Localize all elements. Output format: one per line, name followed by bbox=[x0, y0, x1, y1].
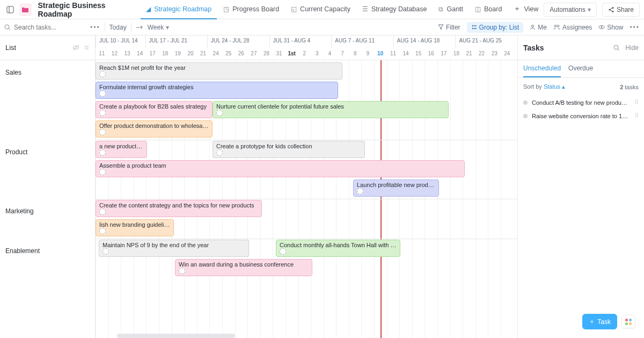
drag-handle-icon[interactable]: ⠿ bbox=[634, 112, 639, 119]
tab-view[interactable]: ◳Progress Board bbox=[218, 0, 284, 19]
day-label: 7 bbox=[336, 51, 349, 56]
day-label: 26 bbox=[235, 51, 248, 56]
toolbar-more-icon[interactable]: ••• bbox=[630, 24, 640, 31]
assignee-placeholder-icon[interactable] bbox=[357, 188, 363, 195]
assignee-placeholder-icon[interactable] bbox=[216, 110, 223, 116]
zoom-level[interactable]: Week ▾ bbox=[148, 24, 169, 31]
timeline-bar[interactable]: Maintain NPS of 9 by the end of the year bbox=[99, 240, 249, 257]
svg-rect-12 bbox=[474, 28, 477, 28]
timeline-bar[interactable]: Reach $1M net profit for the year bbox=[96, 62, 342, 80]
search-icon[interactable] bbox=[613, 45, 620, 51]
timeline-bar[interactable]: Formulate internal growth strategies bbox=[96, 82, 338, 99]
header-right: Automations ▾ Share bbox=[544, 3, 640, 17]
tab-view[interactable]: ◢Strategic Roadmap bbox=[141, 0, 217, 19]
day-label: 17 bbox=[146, 51, 159, 56]
search-icon bbox=[4, 24, 11, 31]
tab-view[interactable]: ☰Strategy Database bbox=[357, 0, 433, 19]
timeline-bar[interactable]: Create a prototype for kids collection bbox=[213, 141, 365, 158]
timeline-bar[interactable]: Create the content strategy and the topi… bbox=[96, 200, 262, 217]
tab-view[interactable]: ◫Board bbox=[470, 0, 507, 19]
day-label: 9 bbox=[361, 51, 374, 56]
tab-view[interactable]: ⧉Gantt bbox=[433, 0, 469, 19]
hide-icon[interactable] bbox=[72, 45, 79, 51]
day-label: 14 bbox=[399, 51, 412, 56]
today-button[interactable]: Today bbox=[109, 24, 127, 31]
group-row[interactable]: Product bbox=[0, 140, 95, 199]
timeline-body[interactable]: Reach $1M net profit for the yearFormula… bbox=[96, 60, 517, 338]
day-label: 16 bbox=[425, 51, 437, 56]
day-label: 28 bbox=[260, 51, 273, 56]
zoom-out-icon[interactable]: − bbox=[136, 24, 140, 31]
tab-view[interactable]: ◱Current Capacity bbox=[286, 0, 356, 19]
group-row[interactable]: Enablement bbox=[0, 239, 95, 278]
group-icon bbox=[471, 24, 477, 30]
assignee-placeholder-icon[interactable] bbox=[99, 149, 106, 156]
svg-line-6 bbox=[610, 10, 612, 11]
assignee-placeholder-icon[interactable] bbox=[103, 248, 109, 255]
tab-overdue[interactable]: Overdue bbox=[568, 64, 593, 77]
unscheduled-task[interactable]: Conduct A/B testing for new product p…⠿ bbox=[518, 96, 644, 109]
add-view-button[interactable]: ＋View bbox=[508, 0, 544, 19]
assignee-placeholder-icon[interactable] bbox=[179, 268, 185, 274]
group-by-button[interactable]: Group by: List bbox=[467, 22, 524, 33]
tasks-tabs: Unscheduled Overdue bbox=[518, 60, 644, 78]
day-label: 31 bbox=[273, 51, 286, 56]
assignee-placeholder-icon[interactable] bbox=[99, 169, 106, 175]
assignee-placeholder-icon[interactable] bbox=[280, 248, 286, 255]
fab-area: ＋ Task bbox=[582, 314, 635, 329]
day-label: 17 bbox=[437, 51, 450, 56]
horizontal-scrollbar[interactable] bbox=[96, 334, 517, 338]
timeline-bar[interactable]: Conduct monthly all-hands Town Hall with… bbox=[276, 240, 400, 257]
collapse-icon[interactable] bbox=[84, 45, 90, 51]
day-label: 21 bbox=[197, 51, 210, 56]
filter-button[interactable]: Filter bbox=[438, 24, 460, 31]
new-task-button[interactable]: ＋ Task bbox=[582, 314, 617, 329]
status-dot bbox=[523, 114, 528, 118]
assignee-placeholder-icon[interactable] bbox=[99, 208, 106, 215]
assignee-placeholder-icon[interactable] bbox=[99, 90, 106, 97]
groups-header: List bbox=[0, 35, 95, 60]
top-header: Strategic Business Roadmap ◢Strategic Ro… bbox=[0, 0, 644, 19]
timeline-bar[interactable]: lish new branding guidelines f… bbox=[96, 219, 174, 236]
timeline[interactable]: JUL 10 - JUL 14JUL 17 - JUL 21JUL 24 - J… bbox=[96, 35, 517, 338]
assignee-placeholder-icon[interactable] bbox=[216, 149, 223, 156]
drag-handle-icon[interactable]: ⠿ bbox=[634, 99, 639, 106]
timeline-bar[interactable]: Offer product demonstration to wholesale… bbox=[96, 120, 213, 138]
apps-button[interactable] bbox=[621, 315, 635, 329]
tasks-sort[interactable]: Sort by Status ▴ 2 tasks bbox=[518, 78, 644, 96]
group-row[interactable]: Marketing bbox=[0, 199, 95, 239]
assignee-placeholder-icon[interactable] bbox=[99, 129, 106, 135]
show-button[interactable]: Show bbox=[598, 24, 623, 31]
timeline-bar[interactable]: a new product strate… bbox=[96, 141, 147, 158]
automations-button[interactable]: Automations ▾ bbox=[544, 3, 597, 17]
timeline-bar[interactable]: Launch profitable new products wi… bbox=[353, 179, 439, 197]
group-row[interactable]: Sales bbox=[0, 60, 95, 140]
search-input[interactable] bbox=[14, 24, 73, 31]
hide-button[interactable]: Hide bbox=[625, 44, 639, 52]
day-label: 24 bbox=[501, 51, 514, 56]
unscheduled-task[interactable]: Raise website conversion rate to 10%⠿ bbox=[518, 109, 644, 123]
timeline-bar[interactable]: Nurture current clientele for potential … bbox=[213, 101, 449, 118]
list-label: List bbox=[5, 44, 16, 52]
search-tasks[interactable] bbox=[4, 24, 90, 31]
tab-unscheduled[interactable]: Unscheduled bbox=[523, 64, 561, 77]
day-label: 18 bbox=[159, 51, 172, 56]
assignee-placeholder-icon[interactable] bbox=[99, 110, 106, 116]
assignee-placeholder-icon[interactable] bbox=[99, 71, 106, 77]
more-icon[interactable]: ••• bbox=[90, 24, 100, 31]
assignees-button[interactable]: Assignees bbox=[553, 24, 592, 31]
share-button[interactable]: Share bbox=[602, 3, 640, 17]
zoom-in-icon[interactable]: + bbox=[140, 24, 143, 31]
assignee-placeholder-icon[interactable] bbox=[99, 228, 106, 234]
day-label: 21 bbox=[463, 51, 475, 56]
view-tabs: ◢Strategic Roadmap◳Progress Board◱Curren… bbox=[141, 0, 544, 19]
task-items: Conduct A/B testing for new product p…⠿R… bbox=[518, 96, 644, 123]
sidebar-toggle-icon[interactable] bbox=[4, 3, 16, 16]
timeline-bar[interactable]: Win an award during a business conferenc… bbox=[175, 259, 312, 276]
me-button[interactable]: Me bbox=[530, 24, 547, 31]
automations-label: Automations bbox=[550, 6, 586, 13]
timeline-bar[interactable]: Create a playbook for B2B sales strategy bbox=[96, 101, 213, 118]
day-label: 3 bbox=[311, 51, 324, 56]
day-label: 12 bbox=[108, 51, 121, 56]
timeline-bar[interactable]: Assemble a product team bbox=[96, 160, 465, 177]
